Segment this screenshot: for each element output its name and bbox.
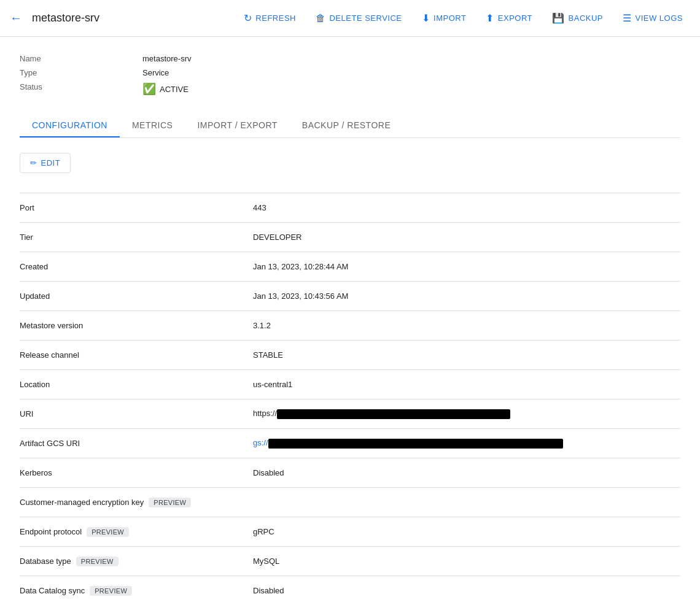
config-label-tier: Tier (20, 233, 253, 242)
name-label: Name (20, 54, 142, 63)
back-button[interactable]: ← (10, 11, 22, 25)
config-row-port: Port 443 (20, 193, 680, 223)
config-row-endpoint-protocol: Endpoint protocol PREVIEW gRPC (20, 517, 680, 547)
config-value-artifact-gcs-uri: gs:// (253, 438, 680, 449)
type-value: Service (142, 68, 169, 77)
type-row: Type Service (20, 66, 680, 80)
config-value-database-type: MySQL (253, 557, 680, 566)
config-label-cmek: Customer-managed encryption key PREVIEW (20, 498, 253, 507)
config-value-kerberos: Disabled (253, 468, 680, 477)
config-label-data-catalog-sync: Data Catalog sync PREVIEW (20, 586, 253, 596)
tab-import-export[interactable]: IMPORT / EXPORT (185, 113, 289, 137)
backup-button[interactable]: 💾 BACKUP (545, 7, 610, 29)
delete-icon: 🗑 (316, 13, 326, 24)
config-value-location: us-central1 (253, 380, 680, 389)
config-row-cmek: Customer-managed encryption key PREVIEW (20, 488, 680, 517)
type-label: Type (20, 68, 142, 77)
endpoint-preview-badge: PREVIEW (87, 527, 129, 537)
config-label-location: Location (20, 380, 253, 389)
config-value-tier: DEVELOPER (253, 233, 680, 242)
edit-button[interactable]: ✏ EDIT (20, 153, 71, 173)
config-value-uri: https:// (253, 409, 680, 419)
page-title: metastore-srv (32, 12, 99, 25)
name-row: Name metastore-srv (20, 52, 680, 66)
uri-redacted (277, 409, 510, 419)
datacatalog-preview-badge: PREVIEW (90, 586, 132, 596)
export-icon: ⬆ (486, 12, 494, 24)
config-row-kerberos: Kerberos Disabled (20, 458, 680, 488)
config-label-metastore-version: Metastore version (20, 321, 253, 330)
config-value-metastore-version: 3.1.2 (253, 321, 680, 330)
status-active: ✅ ACTIVE (142, 82, 189, 96)
uri-prefix: https:// (253, 409, 277, 418)
logs-icon: ☰ (623, 12, 632, 24)
content-area: Name metastore-srv Type Service Status ✅… (0, 37, 700, 605)
config-label-kerberos: Kerberos (20, 468, 253, 477)
top-bar: ← metastore-srv ↻ REFRESH 🗑 DELETE SERVI… (0, 0, 700, 37)
config-value-data-catalog-sync: Disabled (253, 586, 680, 595)
config-value-updated: Jan 13, 2023, 10:43:56 AM (253, 291, 680, 301)
toolbar-actions: ↻ REFRESH 🗑 DELETE SERVICE ⬇ IMPORT ⬆ EX… (236, 7, 690, 29)
cmek-preview-badge: PREVIEW (149, 498, 191, 507)
config-value-created: Jan 13, 2023, 10:28:44 AM (253, 262, 680, 271)
pencil-icon: ✏ (30, 158, 37, 168)
config-label-uri: URI (20, 409, 253, 418)
tab-backup-restore[interactable]: BACKUP / RESTORE (290, 113, 403, 137)
tab-configuration[interactable]: CONFIGURATION (20, 113, 120, 137)
config-label-updated: Updated (20, 291, 253, 301)
config-row-data-catalog-sync: Data Catalog sync PREVIEW Disabled (20, 576, 680, 605)
export-button[interactable]: ⬆ EXPORT (478, 7, 540, 29)
artifact-gcs-redacted (268, 439, 563, 449)
artifact-gcs-uri-link[interactable]: gs:// (253, 438, 268, 447)
config-value-endpoint-protocol: gRPC (253, 527, 680, 536)
config-row-database-type: Database type PREVIEW MySQL (20, 547, 680, 576)
config-label-artifact-gcs-uri: Artifact GCS URI (20, 439, 253, 448)
config-label-endpoint-protocol: Endpoint protocol PREVIEW (20, 527, 253, 537)
import-icon: ⬇ (422, 12, 430, 24)
config-label-created: Created (20, 262, 253, 271)
config-row-release-channel: Release channel STABLE (20, 341, 680, 370)
tab-metrics[interactable]: METRICS (120, 113, 185, 137)
refresh-icon: ↻ (244, 12, 252, 24)
config-label-release-channel: Release channel (20, 350, 253, 360)
config-row-updated: Updated Jan 13, 2023, 10:43:56 AM (20, 282, 680, 311)
refresh-button[interactable]: ↻ REFRESH (236, 7, 303, 29)
config-label-database-type: Database type PREVIEW (20, 557, 253, 566)
config-row-created: Created Jan 13, 2023, 10:28:44 AM (20, 252, 680, 282)
import-button[interactable]: ⬇ IMPORT (414, 7, 474, 29)
config-row-artifact-gcs-uri: Artifact GCS URI gs:// (20, 429, 680, 458)
status-icon: ✅ (142, 82, 156, 96)
delete-service-button[interactable]: 🗑 DELETE SERVICE (308, 8, 410, 29)
config-row-metastore-version: Metastore version 3.1.2 (20, 311, 680, 341)
config-label-port: Port (20, 203, 253, 212)
config-row-tier: Tier DEVELOPER (20, 223, 680, 252)
config-table: Port 443 Tier DEVELOPER Created Jan 13, … (20, 193, 680, 605)
view-logs-button[interactable]: ☰ VIEW LOGS (615, 7, 690, 29)
config-row-location: Location us-central1 (20, 370, 680, 399)
config-value-release-channel: STABLE (253, 350, 680, 360)
tabs-container: CONFIGURATION METRICS IMPORT / EXPORT BA… (20, 113, 680, 138)
status-row: Status ✅ ACTIVE (20, 80, 680, 98)
status-label: Status (20, 82, 142, 96)
service-info-table: Name metastore-srv Type Service Status ✅… (20, 52, 680, 98)
status-value: ✅ ACTIVE (142, 82, 189, 96)
backup-icon: 💾 (552, 12, 565, 24)
name-value: metastore-srv (142, 54, 191, 63)
database-preview-badge: PREVIEW (76, 557, 119, 566)
config-value-port: 443 (253, 203, 680, 212)
config-row-uri: URI https:// (20, 399, 680, 429)
